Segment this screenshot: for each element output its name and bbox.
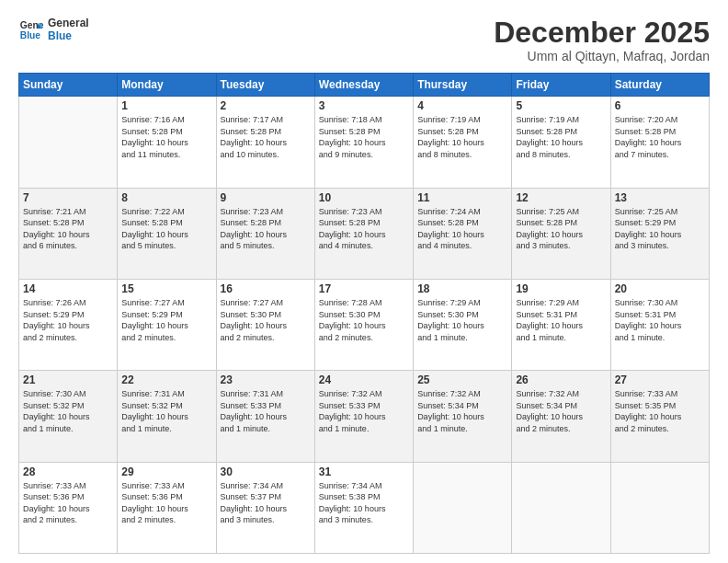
- table-row: 18Sunrise: 7:29 AM Sunset: 5:30 PM Dayli…: [414, 279, 512, 370]
- table-row: 13Sunrise: 7:25 AM Sunset: 5:29 PM Dayli…: [610, 188, 709, 279]
- day-info: Sunrise: 7:29 AM Sunset: 5:30 PM Dayligh…: [417, 297, 507, 343]
- header-saturday: Saturday: [610, 74, 709, 97]
- table-row: 1Sunrise: 7:16 AM Sunset: 5:28 PM Daylig…: [118, 97, 216, 188]
- table-row: 7Sunrise: 7:21 AM Sunset: 5:28 PM Daylig…: [19, 188, 118, 279]
- day-info: Sunrise: 7:33 AM Sunset: 5:35 PM Dayligh…: [615, 388, 705, 434]
- day-number: 16: [221, 282, 311, 295]
- table-row: 8Sunrise: 7:22 AM Sunset: 5:28 PM Daylig…: [118, 188, 216, 279]
- day-info: Sunrise: 7:23 AM Sunset: 5:28 PM Dayligh…: [319, 206, 409, 252]
- header-wednesday: Wednesday: [314, 74, 413, 97]
- day-info: Sunrise: 7:16 AM Sunset: 5:28 PM Dayligh…: [121, 114, 211, 160]
- table-row: 4Sunrise: 7:19 AM Sunset: 5:28 PM Daylig…: [414, 97, 512, 188]
- table-row: 16Sunrise: 7:27 AM Sunset: 5:30 PM Dayli…: [216, 279, 314, 370]
- day-info: Sunrise: 7:24 AM Sunset: 5:28 PM Dayligh…: [417, 206, 507, 252]
- table-row: [512, 462, 610, 553]
- title-block: December 2025 Umm al Qittayn, Mafraq, Jo…: [494, 17, 710, 63]
- day-info: Sunrise: 7:30 AM Sunset: 5:32 PM Dayligh…: [23, 388, 113, 434]
- day-number: 14: [23, 282, 113, 295]
- svg-text:Blue: Blue: [20, 30, 41, 40]
- table-row: [19, 97, 118, 188]
- table-row: 24Sunrise: 7:32 AM Sunset: 5:33 PM Dayli…: [314, 371, 413, 462]
- day-number: 15: [121, 282, 211, 295]
- table-row: 26Sunrise: 7:32 AM Sunset: 5:34 PM Dayli…: [512, 371, 610, 462]
- calendar-table: Sunday Monday Tuesday Wednesday Thursday…: [18, 73, 710, 554]
- table-row: 2Sunrise: 7:17 AM Sunset: 5:28 PM Daylig…: [216, 97, 314, 188]
- day-number: 29: [121, 465, 211, 478]
- day-number: 27: [615, 373, 705, 386]
- day-info: Sunrise: 7:18 AM Sunset: 5:28 PM Dayligh…: [319, 114, 409, 160]
- calendar-week-row: 28Sunrise: 7:33 AM Sunset: 5:36 PM Dayli…: [19, 462, 710, 553]
- table-row: 29Sunrise: 7:33 AM Sunset: 5:36 PM Dayli…: [118, 462, 216, 553]
- day-number: 26: [516, 373, 606, 386]
- header-thursday: Thursday: [414, 74, 512, 97]
- day-info: Sunrise: 7:27 AM Sunset: 5:30 PM Dayligh…: [221, 297, 311, 343]
- day-info: Sunrise: 7:25 AM Sunset: 5:29 PM Dayligh…: [615, 206, 705, 252]
- day-number: 30: [221, 465, 311, 478]
- day-info: Sunrise: 7:22 AM Sunset: 5:28 PM Dayligh…: [121, 206, 211, 252]
- day-number: 20: [615, 282, 705, 295]
- day-info: Sunrise: 7:29 AM Sunset: 5:31 PM Dayligh…: [516, 297, 606, 343]
- header-sunday: Sunday: [19, 74, 118, 97]
- table-row: 11Sunrise: 7:24 AM Sunset: 5:28 PM Dayli…: [414, 188, 512, 279]
- table-row: 25Sunrise: 7:32 AM Sunset: 5:34 PM Dayli…: [414, 371, 512, 462]
- table-row: 15Sunrise: 7:27 AM Sunset: 5:29 PM Dayli…: [118, 279, 216, 370]
- table-row: 5Sunrise: 7:19 AM Sunset: 5:28 PM Daylig…: [512, 97, 610, 188]
- day-number: 19: [516, 282, 606, 295]
- table-row: 14Sunrise: 7:26 AM Sunset: 5:29 PM Dayli…: [19, 279, 118, 370]
- header-friday: Friday: [512, 74, 610, 97]
- day-info: Sunrise: 7:32 AM Sunset: 5:34 PM Dayligh…: [516, 388, 606, 434]
- table-row: 6Sunrise: 7:20 AM Sunset: 5:28 PM Daylig…: [610, 97, 709, 188]
- header: General Blue General Blue December 2025 …: [18, 17, 710, 63]
- day-number: 7: [23, 191, 113, 204]
- day-number: 9: [221, 191, 311, 204]
- day-info: Sunrise: 7:27 AM Sunset: 5:29 PM Dayligh…: [121, 297, 211, 343]
- day-number: 24: [319, 373, 409, 386]
- calendar-header: Sunday Monday Tuesday Wednesday Thursday…: [19, 74, 710, 97]
- table-row: 9Sunrise: 7:23 AM Sunset: 5:28 PM Daylig…: [216, 188, 314, 279]
- day-info: Sunrise: 7:30 AM Sunset: 5:31 PM Dayligh…: [615, 297, 705, 343]
- location: Umm al Qittayn, Mafraq, Jordan: [494, 49, 710, 63]
- table-row: 20Sunrise: 7:30 AM Sunset: 5:31 PM Dayli…: [610, 279, 709, 370]
- table-row: 27Sunrise: 7:33 AM Sunset: 5:35 PM Dayli…: [610, 371, 709, 462]
- day-info: Sunrise: 7:32 AM Sunset: 5:34 PM Dayligh…: [417, 388, 507, 434]
- day-number: 18: [417, 282, 507, 295]
- table-row: 10Sunrise: 7:23 AM Sunset: 5:28 PM Dayli…: [314, 188, 413, 279]
- day-info: Sunrise: 7:25 AM Sunset: 5:28 PM Dayligh…: [516, 206, 606, 252]
- day-number: 11: [417, 191, 507, 204]
- table-row: 12Sunrise: 7:25 AM Sunset: 5:28 PM Dayli…: [512, 188, 610, 279]
- header-monday: Monday: [118, 74, 216, 97]
- day-number: 4: [417, 99, 507, 112]
- day-info: Sunrise: 7:19 AM Sunset: 5:28 PM Dayligh…: [417, 114, 507, 160]
- calendar-body: 1Sunrise: 7:16 AM Sunset: 5:28 PM Daylig…: [19, 97, 710, 554]
- day-number: 31: [319, 465, 409, 478]
- day-number: 5: [516, 99, 606, 112]
- weekday-header-row: Sunday Monday Tuesday Wednesday Thursday…: [19, 74, 710, 97]
- day-info: Sunrise: 7:34 AM Sunset: 5:37 PM Dayligh…: [221, 480, 311, 526]
- day-number: 25: [417, 373, 507, 386]
- day-info: Sunrise: 7:20 AM Sunset: 5:28 PM Dayligh…: [615, 114, 705, 160]
- table-row: 22Sunrise: 7:31 AM Sunset: 5:32 PM Dayli…: [118, 371, 216, 462]
- day-number: 23: [221, 373, 311, 386]
- day-number: 8: [121, 191, 211, 204]
- table-row: 19Sunrise: 7:29 AM Sunset: 5:31 PM Dayli…: [512, 279, 610, 370]
- day-number: 17: [319, 282, 409, 295]
- table-row: 30Sunrise: 7:34 AM Sunset: 5:37 PM Dayli…: [216, 462, 314, 553]
- day-info: Sunrise: 7:19 AM Sunset: 5:28 PM Dayligh…: [516, 114, 606, 160]
- table-row: 23Sunrise: 7:31 AM Sunset: 5:33 PM Dayli…: [216, 371, 314, 462]
- day-info: Sunrise: 7:17 AM Sunset: 5:28 PM Dayligh…: [221, 114, 311, 160]
- table-row: 21Sunrise: 7:30 AM Sunset: 5:32 PM Dayli…: [19, 371, 118, 462]
- table-row: 3Sunrise: 7:18 AM Sunset: 5:28 PM Daylig…: [314, 97, 413, 188]
- logo-wordmark: General Blue: [48, 17, 89, 42]
- header-tuesday: Tuesday: [216, 74, 314, 97]
- day-info: Sunrise: 7:26 AM Sunset: 5:29 PM Dayligh…: [23, 297, 113, 343]
- day-info: Sunrise: 7:31 AM Sunset: 5:33 PM Dayligh…: [221, 388, 311, 434]
- day-number: 10: [319, 191, 409, 204]
- calendar-week-row: 1Sunrise: 7:16 AM Sunset: 5:28 PM Daylig…: [19, 97, 710, 188]
- day-number: 3: [319, 99, 409, 112]
- day-info: Sunrise: 7:33 AM Sunset: 5:36 PM Dayligh…: [23, 480, 113, 526]
- table-row: [610, 462, 709, 553]
- calendar-week-row: 14Sunrise: 7:26 AM Sunset: 5:29 PM Dayli…: [19, 279, 710, 370]
- table-row: [414, 462, 512, 553]
- table-row: 17Sunrise: 7:28 AM Sunset: 5:30 PM Dayli…: [314, 279, 413, 370]
- month-title: December 2025: [494, 17, 710, 49]
